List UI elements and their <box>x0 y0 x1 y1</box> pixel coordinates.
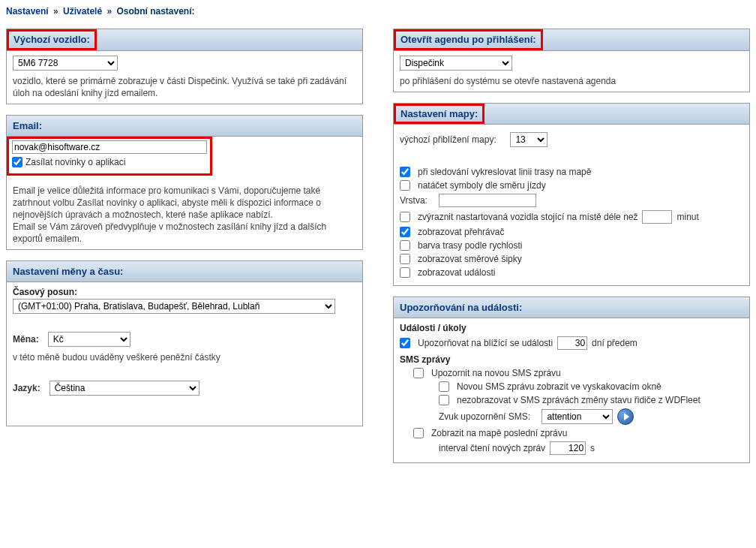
email-newsletter-label: Zasílat novinky o aplikaci <box>26 157 125 167</box>
map-highlight-label-post: minut <box>676 212 698 222</box>
interval-input[interactable] <box>550 441 586 455</box>
notify-events-head: Události / úkoly <box>400 323 743 333</box>
breadcrumb-sep: » <box>53 6 58 17</box>
email-input[interactable] <box>12 140 207 154</box>
language-label: Jazyk: <box>13 383 40 393</box>
notify-upcoming-checkbox[interactable] <box>400 338 410 348</box>
currency-label: Měna: <box>13 334 39 345</box>
panel-default-vehicle: Výchozí vozidlo: 5M6 7728 vozidlo, které… <box>6 29 363 104</box>
map-arrows-label: zobrazovat směrové šipky <box>418 254 522 264</box>
panel-header-notify: Upozorňování na události: <box>394 297 749 318</box>
map-events-checkbox[interactable] <box>400 267 410 278</box>
panel-map-settings: Nastavení mapy: výchozí přiblížení mapy:… <box>393 103 750 287</box>
map-events-label: zobrazovat události <box>418 267 495 278</box>
sms-sound-play-button[interactable] <box>617 408 634 425</box>
sms-hide-state-label: nezobrazovat v SMS zprávách změny stavu … <box>457 395 700 405</box>
map-rotate-checkbox[interactable] <box>400 180 410 191</box>
agenda-desc: po přihlášení do systému se otevře nasta… <box>400 75 743 87</box>
breadcrumb-link-settings[interactable]: Nastavení <box>6 6 49 17</box>
panel-header-currency: Nastavení měny a času: <box>7 261 362 282</box>
map-track-line-checkbox[interactable] <box>400 167 410 177</box>
currency-select[interactable]: Kč <box>48 332 130 347</box>
agenda-select[interactable]: Dispečink <box>400 56 512 71</box>
map-rotate-label: natáčet symboly dle směru jízdy <box>418 180 546 191</box>
breadcrumb-link-users[interactable]: Uživatelé <box>63 6 102 17</box>
interval-unit: s <box>590 443 595 453</box>
panel-header-map: Nastavení mapy: <box>394 104 484 125</box>
notify-sms-head: SMS zprávy <box>400 354 743 365</box>
notify-days-input[interactable] <box>557 336 587 350</box>
sms-popup-label: Novou SMS zprávu zobrazit ve vyskakovací… <box>457 381 662 392</box>
sms-sound-label: Zvuk upozornění SMS: <box>439 411 530 422</box>
sms-new-checkbox[interactable] <box>413 368 424 378</box>
map-highlight-label-pre: zvýraznit nastartovaná vozidla stojící n… <box>418 212 638 222</box>
breadcrumb: Nastavení » Uživatelé » Osobní nastavení… <box>6 6 750 17</box>
breadcrumb-sep: » <box>106 6 112 17</box>
map-track-line-label: při sledování vykreslovat linii trasy na… <box>418 167 591 177</box>
email-newsletter-checkbox[interactable] <box>12 157 22 167</box>
notify-upcoming-post: dní předem <box>592 338 638 348</box>
map-arrows-checkbox[interactable] <box>400 254 410 264</box>
sms-sound-select[interactable]: attention <box>542 409 613 424</box>
sms-new-label: Upozornit na novou SMS zprávu <box>431 368 561 378</box>
map-zoom-select[interactable]: 13 <box>510 132 548 147</box>
panel-header-default-vehicle: Výchozí vozidlo: <box>7 29 97 50</box>
breadcrumb-current: Osobní nastavení: <box>116 6 194 17</box>
map-player-checkbox[interactable] <box>400 227 410 237</box>
default-vehicle-desc: vozidlo, které se primárně zobrazuje v č… <box>13 75 356 99</box>
map-highlight-minutes-input[interactable] <box>642 210 672 224</box>
timezone-select[interactable]: (GMT+01:00) Praha, Bratislava, Budapešť,… <box>13 299 335 314</box>
panel-open-agenda: Otevřít agendu po přihlášení: Dispečink … <box>393 29 750 92</box>
panel-email: Email: Zasílat novinky o aplikaci Email … <box>6 115 363 251</box>
map-layer-input[interactable] <box>439 194 536 207</box>
panel-header-email: Email: <box>7 116 362 137</box>
sms-hide-state-checkbox[interactable] <box>439 395 449 405</box>
currency-desc: v této měně budou uváděny veškeré peněžn… <box>13 351 356 363</box>
play-icon <box>624 413 629 420</box>
map-player-label: zobrazovat přehrávač <box>418 227 504 237</box>
map-zoom-label: výchozí přiblížení mapy: <box>400 134 496 145</box>
panel-header-agenda: Otevřít agendu po přihlášení: <box>394 29 543 50</box>
email-desc: Email je velice důležitá informace pro k… <box>13 185 356 245</box>
default-vehicle-select[interactable]: 5M6 7728 <box>13 56 118 71</box>
panel-currency-time: Nastavení měny a času: Časový posun: (GM… <box>6 260 363 426</box>
notify-upcoming-label: Upozorňovat na blížící se události <box>418 338 553 348</box>
sms-popup-checkbox[interactable] <box>439 381 449 392</box>
map-layer-label: Vrstva: <box>400 195 428 206</box>
timezone-label: Časový posun: <box>13 287 356 297</box>
map-highlight-checkbox[interactable] <box>400 212 410 222</box>
map-color-speed-label: barva trasy podle rychlosti <box>418 240 522 251</box>
map-color-speed-checkbox[interactable] <box>400 240 410 251</box>
show-last-msg-label: Zobrazit na mapě poslední zprávu <box>431 428 567 438</box>
interval-label: interval čtení nových zpráv <box>439 443 545 453</box>
show-last-msg-checkbox[interactable] <box>413 428 424 438</box>
language-select[interactable]: Čeština <box>50 381 200 396</box>
panel-event-notify: Upozorňování na události: Události / úko… <box>393 297 750 463</box>
